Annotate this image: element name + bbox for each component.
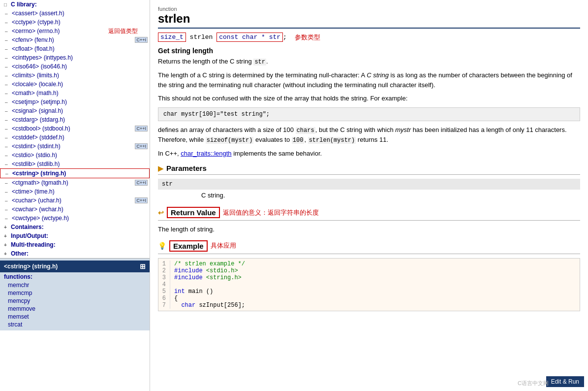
sidebar-item-label: <cstdint> (stdint.h)	[12, 143, 61, 150]
sidebar-item-ctime[interactable]: – <ctime> (time.h)	[0, 187, 150, 196]
dash-icon: –	[5, 29, 11, 34]
cpp-button[interactable]: C++I	[135, 126, 148, 131]
sidebar-item-cfenv[interactable]: – <cfenv> (fenv.h) C++I	[0, 35, 150, 44]
sidebar-item-cstdio[interactable]: – <cstdio> (stdio.h)	[0, 151, 150, 160]
dash-icon: –	[5, 117, 11, 123]
function-label: function	[158, 6, 580, 12]
dash-icon: –	[5, 91, 11, 96]
other-label: Other:	[11, 250, 29, 257]
sidebar-item-label: <cwctype> (wctype.h)	[12, 215, 69, 222]
sidebar-item-cstdarg[interactable]: – <cstdarg> (stdarg.h)	[0, 115, 150, 124]
other-section[interactable]: + Other:	[0, 249, 150, 258]
sidebar: □ C library: – <cassert> (assert.h) – <c…	[0, 0, 150, 391]
parameters-section-title: ▶ Parameters	[158, 164, 580, 175]
sub-sidebar-title: <cstring> (string.h)	[4, 263, 58, 270]
sidebar-item-cmath[interactable]: – <cmath> (math.h)	[0, 89, 150, 98]
return-value-desc: The length of string.	[158, 225, 580, 234]
return-type-box: size_t	[158, 33, 186, 42]
clibrary-section[interactable]: □ C library:	[0, 0, 150, 9]
sub-item-memset[interactable]: memset	[0, 313, 150, 321]
line-number: 2	[158, 267, 170, 274]
sidebar-item-label: <cstdio> (stdio.h)	[12, 152, 57, 159]
cpp-button[interactable]: C++I	[135, 180, 148, 186]
cpp-button[interactable]: C++I	[135, 143, 148, 149]
sidebar-item-cfloat[interactable]: – <cfloat> (float.h)	[0, 44, 150, 53]
sub-item-memmove[interactable]: memmove	[0, 305, 150, 313]
sidebar-item-cassert[interactable]: – <cassert> (assert.h)	[0, 9, 150, 18]
sidebar-item-cstdbool[interactable]: – <cstdbool> (stdbool.h) C++I	[0, 124, 150, 133]
sub-item-memchr[interactable]: memchr	[0, 281, 150, 289]
sidebar-item-label: <cctype> (ctype.h)	[12, 19, 61, 26]
sidebar-item-cstring[interactable]: – <cstring> (string.h) 头文件	[0, 168, 150, 178]
dash-icon: –	[5, 82, 11, 87]
line-content: /* strlen example */	[174, 261, 245, 267]
sidebar-item-label: <cfloat> (float.h)	[12, 45, 55, 52]
sidebar-item-csignal[interactable]: – <csignal> (signal.h)	[0, 106, 150, 115]
sidebar-item-clocale[interactable]: – <clocale> (locale.h)	[0, 80, 150, 89]
dash-icon: –	[5, 189, 11, 195]
sidebar-item-label: <cmath> (math.h)	[12, 90, 59, 97]
param-row-header: str	[158, 179, 580, 190]
dash-icon: –	[5, 73, 11, 78]
expand-icon: □	[4, 2, 10, 7]
dash-icon: –	[5, 216, 11, 221]
dash-icon: –	[5, 11, 11, 16]
sidebar-item-label: <cwchar> (wchar.h)	[12, 206, 63, 213]
param-name-empty	[158, 190, 197, 201]
sidebar-item-cwchar[interactable]: – <cwchar> (wchar.h)	[0, 205, 150, 214]
return-value-section-title: ↩ Return Value 返回值的意义：返回字符串的长度	[158, 207, 580, 221]
chartraits-link[interactable]: char_traits::length	[181, 150, 231, 157]
code-line-7: 7 char szInput[256];	[158, 302, 580, 309]
code-line-5: 5 int main ()	[158, 288, 580, 295]
watermark: C语言中文网	[518, 380, 549, 387]
line-content: #include <stdio.h>	[174, 267, 238, 274]
sidebar-item-cstdint[interactable]: – <cstdint> (stdint.h) C++I	[0, 142, 150, 151]
sidebar-item-cwctype[interactable]: – <cwctype> (wctype.h)	[0, 214, 150, 223]
sidebar-item-cuchar[interactable]: – <cuchar> (uchar.h) C++I	[0, 196, 150, 205]
dash-icon: –	[5, 126, 11, 131]
sub-item-strcat[interactable]: strcat	[0, 321, 150, 328]
multithreading-section[interactable]: + Multi-threading:	[0, 240, 150, 249]
sidebar-item-csetjmp[interactable]: – <csetjmp> (setjmp.h)	[0, 98, 150, 106]
edit-run-button[interactable]: Edit & Run	[546, 376, 584, 387]
example-section-title: 💡 Example 具体应用	[158, 240, 580, 254]
sidebar-item-cinttypes[interactable]: – <cinttypes> (inttypes.h)	[0, 53, 150, 62]
sidebar-item-ctgmath[interactable]: – <ctgmath> (tgmath.h) C++I	[0, 178, 150, 187]
sidebar-item-label: <cfenv> (fenv.h)	[12, 36, 54, 43]
sidebar-item-label: <cstddef> (stddef.h)	[12, 134, 64, 141]
dash-icon: –	[5, 64, 11, 69]
cpp-button[interactable]: C++I	[135, 197, 148, 203]
sidebar-item-cstddef[interactable]: – <cstddef> (stddef.h)	[0, 133, 150, 142]
dash-icon: –	[5, 207, 11, 212]
sidebar-item-ciso646[interactable]: – <ciso646> (iso646.h)	[0, 62, 150, 71]
containers-label: Containers:	[11, 224, 44, 230]
sidebar-item-cctype[interactable]: – <cctype> (ctype.h)	[0, 18, 150, 27]
expand-icon: +	[4, 242, 10, 248]
line-content: int main ()	[174, 288, 213, 295]
dash-icon: –	[5, 162, 11, 167]
clibrary-label: C library:	[11, 1, 37, 8]
sub-sidebar-icon: ⊞	[140, 262, 146, 270]
dash-icon: –	[5, 99, 11, 105]
sub-item-memcpy[interactable]: memcpy	[0, 297, 150, 305]
description-3: This should not be confused with the siz…	[158, 94, 580, 103]
sub-item-memcmp[interactable]: memcmp	[0, 289, 150, 297]
expand-icon: +	[4, 233, 10, 239]
sidebar-item-cstdlib[interactable]: – <cstdlib> (stdlib.h)	[0, 160, 150, 168]
strlen-code: strlen(mystr)	[308, 137, 356, 144]
params-annotation: 参数类型	[295, 33, 320, 42]
sidebar-item-climits[interactable]: – <climits> (limits.h)	[0, 71, 150, 80]
sidebar-item-label: <cstdbool> (stdbool.h)	[12, 125, 70, 132]
sidebar-item-label: <cuchar> (uchar.h)	[12, 197, 62, 204]
return-value-annotation: 返回值的意义：返回字符串的长度	[223, 208, 319, 217]
sidebar-item-label: <ciso646> (iso646.h)	[12, 63, 67, 70]
multithreading-label: Multi-threading:	[11, 241, 56, 248]
content-area: function strlen size_t strlen const char…	[150, 0, 588, 391]
containers-section[interactable]: + Containers:	[0, 223, 150, 231]
cpp-button[interactable]: C++I	[135, 37, 148, 43]
inputoutput-label: Input/Output:	[11, 232, 48, 239]
sub-sidebar: <cstring> (string.h) ⊞ functions: memchr…	[0, 258, 150, 330]
code-line-4: 4	[158, 281, 580, 288]
inputoutput-section[interactable]: + Input/Output:	[0, 231, 150, 240]
sidebar-item-cerrno[interactable]: – <cerrno> (errno.h) 返回值类型	[0, 27, 150, 35]
